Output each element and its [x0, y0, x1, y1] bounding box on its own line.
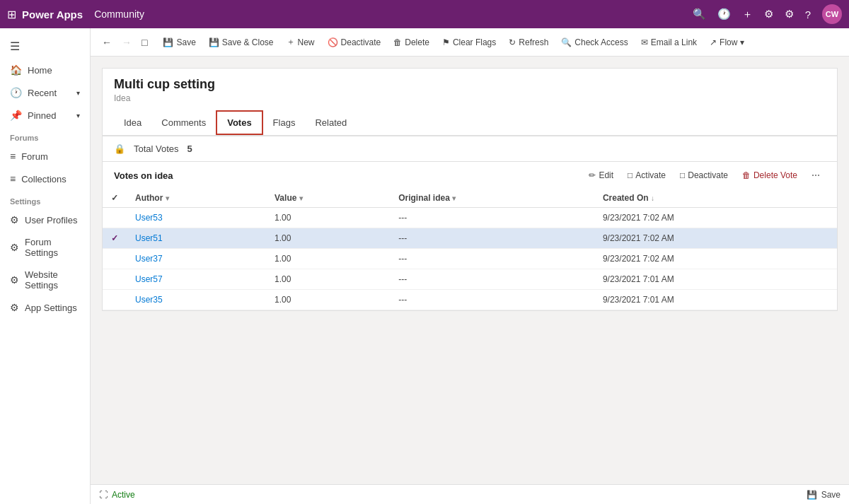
settings-icon[interactable]: ⚙: [785, 8, 794, 20]
sidebar-item-website-settings-label: Website Settings: [25, 269, 80, 291]
save-icon: 💾: [163, 37, 173, 47]
tabs: Idea Comments Votes Flags Related: [114, 110, 826, 135]
row-author[interactable]: User53: [127, 208, 266, 228]
main-card: 🔒 Total Votes 5 Votes on idea ✏ Edit □: [102, 136, 838, 311]
deactivate-button[interactable]: 🚫 Deactivate: [322, 35, 387, 50]
save-button[interactable]: 💾 Save: [157, 35, 201, 50]
browser-icon[interactable]: □: [137, 34, 151, 51]
delete-vote-icon: 🗑: [742, 170, 751, 180]
top-bar-icons: 🔍 🕐 ＋ ⚙ ⚙ ? CW: [693, 4, 842, 24]
flow-chevron: ▾: [740, 37, 744, 47]
row-created-on: 9/23/2021 7:01 AM: [594, 290, 837, 310]
expand-icon[interactable]: ⛶: [99, 490, 108, 500]
votes-section-header: Votes on idea ✏ Edit □ Activate □ Deacti: [103, 162, 837, 189]
votes-section-title: Votes on idea: [114, 170, 583, 181]
table-row[interactable]: ✓ User51 1.00 --- 9/23/2021 7:02 AM: [103, 228, 837, 249]
lock-icon: 🔒: [114, 143, 125, 154]
sidebar-item-home[interactable]: 🏠 Home: [0, 59, 90, 81]
check-access-button[interactable]: 🔍 Check Access: [555, 35, 633, 50]
tab-comments[interactable]: Comments: [151, 110, 216, 135]
row-check[interactable]: [103, 290, 127, 310]
forward-button[interactable]: →: [117, 34, 136, 51]
add-icon[interactable]: ＋: [742, 8, 753, 21]
new-button[interactable]: ＋ New: [281, 33, 320, 51]
email-link-icon: ✉: [641, 37, 648, 47]
delete-vote-button[interactable]: 🗑 Delete Vote: [737, 168, 803, 183]
row-created-on: 9/23/2021 7:02 AM: [594, 249, 837, 269]
avatar[interactable]: CW: [822, 4, 842, 24]
table-row[interactable]: User57 1.00 --- 9/23/2021 7:01 AM: [103, 269, 837, 290]
status-bar-left: ⛶ Active: [99, 490, 135, 500]
settings-section-label: Settings: [0, 190, 90, 209]
row-check[interactable]: [103, 249, 127, 269]
website-settings-icon: ⚙: [10, 274, 19, 286]
col-value[interactable]: Value ▾: [266, 189, 390, 208]
save-status-label[interactable]: Save: [821, 490, 841, 500]
record-type: Idea: [114, 93, 826, 103]
recent-chevron: ▾: [76, 89, 80, 97]
col-created-on[interactable]: Created On ↓: [594, 189, 837, 208]
row-check[interactable]: ✓: [103, 228, 127, 249]
sidebar-item-pinned[interactable]: 📌 Pinned ▾: [0, 104, 90, 127]
search-icon[interactable]: 🔍: [693, 8, 706, 20]
help-icon[interactable]: ?: [805, 8, 811, 20]
row-author[interactable]: User57: [127, 269, 266, 290]
col-author[interactable]: Author ▾: [127, 189, 266, 208]
status-bar: ⛶ Active 💾 Save: [91, 484, 849, 504]
delete-button[interactable]: 🗑 Delete: [388, 35, 435, 50]
sidebar-item-recent[interactable]: 🕐 Recent ▾: [0, 81, 90, 104]
more-options-button[interactable]: ⋯: [806, 168, 826, 183]
sidebar-item-forum-settings[interactable]: ⚙ Forum Settings: [0, 231, 90, 264]
tab-idea[interactable]: Idea: [114, 110, 151, 135]
sidebar-item-website-settings[interactable]: ⚙ Website Settings: [0, 264, 90, 296]
sidebar-item-app-settings[interactable]: ⚙ App Settings: [0, 296, 90, 319]
total-votes-value: 5: [187, 143, 192, 154]
row-check[interactable]: [103, 269, 127, 290]
filter-icon[interactable]: ⚙: [764, 8, 773, 20]
recent-icon[interactable]: 🕐: [717, 8, 731, 20]
tab-votes[interactable]: Votes: [216, 110, 262, 135]
table-row[interactable]: User35 1.00 --- 9/23/2021 7:01 AM: [103, 290, 837, 310]
row-author[interactable]: User51: [127, 228, 266, 249]
email-link-button[interactable]: ✉ Email a Link: [635, 35, 703, 50]
flow-button[interactable]: ↗ Flow ▾: [704, 35, 750, 50]
status-label: Active: [112, 490, 135, 500]
row-author[interactable]: User37: [127, 249, 266, 269]
edit-vote-button[interactable]: ✏ Edit: [583, 168, 619, 183]
save-close-button[interactable]: 💾 Save & Close: [203, 35, 279, 50]
deactivate-vote-icon: □: [680, 170, 685, 180]
original-idea-sort-icon: ▾: [452, 194, 456, 202]
sidebar-item-collections[interactable]: ≡ Collections: [0, 168, 90, 190]
sidebar-item-user-profiles[interactable]: ⚙ User Profiles: [0, 209, 90, 231]
hamburger-icon[interactable]: ☰: [0, 34, 90, 59]
sidebar-item-user-profiles-label: User Profiles: [25, 215, 77, 225]
row-created-on: 9/23/2021 7:01 AM: [594, 269, 837, 290]
col-original-idea[interactable]: Original idea ▾: [390, 189, 594, 208]
activate-vote-button[interactable]: □ Activate: [622, 168, 671, 183]
flow-icon: ↗: [710, 37, 717, 47]
collections-icon: ≡: [10, 173, 16, 184]
table-row[interactable]: User53 1.00 --- 9/23/2021 7:02 AM: [103, 208, 837, 228]
tab-related[interactable]: Related: [305, 110, 357, 135]
refresh-button[interactable]: ↻ Refresh: [503, 35, 554, 50]
activate-icon: □: [628, 170, 633, 180]
back-button[interactable]: ←: [98, 34, 116, 51]
sidebar-item-app-settings-label: App Settings: [25, 303, 77, 313]
deactivate-vote-button[interactable]: □ Deactivate: [674, 168, 734, 183]
row-author[interactable]: User35: [127, 290, 266, 310]
tab-flags[interactable]: Flags: [263, 110, 306, 135]
row-value: 1.00: [266, 208, 390, 228]
sidebar-item-forum[interactable]: ≡ Forum: [0, 145, 90, 168]
clear-flags-button[interactable]: ⚑ Clear Flags: [437, 35, 502, 50]
table-row[interactable]: User37 1.00 --- 9/23/2021 7:02 AM: [103, 249, 837, 269]
row-original-idea: ---: [390, 290, 594, 310]
author-sort-icon: ▾: [166, 194, 169, 202]
row-check[interactable]: [103, 208, 127, 228]
toolbar-nav: ← → □: [98, 34, 151, 51]
forum-settings-icon: ⚙: [10, 242, 19, 253]
grid-icon[interactable]: ⊞: [7, 8, 16, 21]
forums-section-label: Forums: [0, 127, 90, 145]
check-access-icon: 🔍: [561, 37, 572, 47]
forum-icon: ≡: [10, 151, 16, 162]
created-on-sort-icon: ↓: [651, 194, 654, 202]
